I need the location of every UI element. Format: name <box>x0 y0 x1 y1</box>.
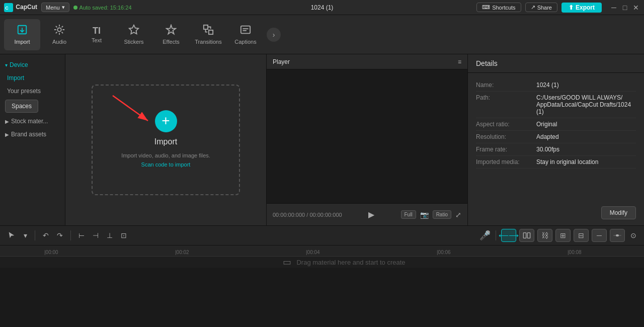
minus-button[interactable]: ─ <box>592 229 607 242</box>
zoom-slider[interactable] <box>610 229 625 242</box>
player-view-btns: Full 📷 Ratio ⤢ <box>401 210 461 219</box>
svg-line-11 <box>113 96 148 121</box>
svg-rect-5 <box>204 25 208 29</box>
transitions-icon <box>203 24 214 37</box>
detail-row-5: Imported media: Stay in original locatio… <box>476 156 636 169</box>
detail-value-1: C:/Users/GOOD WILL ALWAYS/ AppData/Local… <box>536 94 636 115</box>
detail-value-4: 30.00fps <box>536 146 636 153</box>
link-track-button[interactable]: ⟵⟶ <box>501 229 516 242</box>
import-dropzone[interactable]: + Import Import video, audio, and image … <box>92 85 240 195</box>
detail-row-0: Name: 1024 (1) <box>476 79 636 92</box>
play-button[interactable]: ▶ <box>368 210 374 219</box>
timeline: |00:00 |00:02 |00:04 |00:06 |00:08 ▭ Dra… <box>0 246 644 268</box>
ruler-mark-6: |00:06 <box>437 250 451 255</box>
player-header: Player ≡ <box>267 54 467 69</box>
sidebar-item-presets[interactable]: Your presets <box>0 85 65 98</box>
audio-icon <box>54 24 65 37</box>
ratio-button[interactable]: Ratio <box>433 210 451 219</box>
undo-button[interactable]: ↶ <box>40 230 51 241</box>
menu-button[interactable]: Menu ▾ <box>41 3 69 12</box>
split-left-button[interactable]: ⊢ <box>76 230 87 241</box>
app-name-text: CapCut <box>16 4 37 11</box>
separator3 <box>496 230 496 240</box>
modify-button[interactable]: Modify <box>601 206 636 219</box>
toolbar-item-stickers[interactable]: Stickers <box>116 19 152 50</box>
title-bar: C CapCut Menu ▾ Auto saved: 15:16:24 102… <box>0 0 644 15</box>
svg-rect-7 <box>241 26 250 34</box>
ruler-mark-4: |00:04 <box>306 250 320 255</box>
shortcuts-button[interactable]: ⌨ Shortcuts <box>476 3 521 12</box>
detail-value-2: Original <box>536 121 636 128</box>
svg-text:C: C <box>5 5 9 10</box>
player-menu-icon[interactable]: ≡ <box>458 58 461 65</box>
chevron-right-icon2: ▶ <box>5 132 9 137</box>
align-button[interactable]: ⊞ <box>555 229 571 242</box>
copy-button[interactable]: ⊟ <box>574 229 589 242</box>
sidebar-item-import[interactable]: Import <box>0 71 65 85</box>
toolbar-item-effects[interactable]: Effects <box>153 19 189 50</box>
app-logo: C CapCut <box>4 3 37 12</box>
title-bar-right: ⌨ Shortcuts ↗ Share ⬆ Export ─ □ ✕ <box>476 3 640 13</box>
details-panel: Details Name: 1024 (1) Path: C:/Users/GO… <box>468 54 644 225</box>
import-circle-button[interactable]: + <box>155 110 177 132</box>
video-clip-icon: ▭ <box>283 257 291 268</box>
redo-button[interactable]: ↷ <box>54 230 65 241</box>
detail-label-0: Name: <box>476 81 536 89</box>
export-icon: ⬆ <box>569 4 574 11</box>
chevron-right-icon: ▶ <box>5 119 9 124</box>
ruler-mark-0: |00:00 <box>44 250 58 255</box>
player-timestamp: 00:00:00:000 / 00:00:00:000 <box>273 212 342 218</box>
fit-button[interactable]: ⊙ <box>628 230 639 241</box>
project-title: 1024 (1) <box>311 4 334 11</box>
player-area: Player ≡ 00:00:00:000 / 00:00:00:000 ▶ F… <box>267 54 468 225</box>
import-icon <box>17 24 28 37</box>
minimize-button[interactable]: ─ <box>610 4 618 12</box>
share-icon: ↗ <box>531 4 535 11</box>
full-button[interactable]: Full <box>401 210 416 219</box>
export-button[interactable]: ⬆ Export <box>561 3 602 13</box>
text-icon: TI <box>93 26 101 35</box>
timeline-controls: ▾ ↶ ↷ ⊢ ⊣ ⊥ ⊡ 🎤 ⟵⟶ ⛓ ⊞ ⊟ ─ ⊙ <box>0 225 644 246</box>
share-button[interactable]: ↗ Share <box>525 3 557 12</box>
detail-row-3: Resolution: Adapted <box>476 131 636 143</box>
cursor-tool-button[interactable] <box>5 230 18 241</box>
detail-label-2: Aspect ratio: <box>476 121 536 128</box>
import-hint: Import video, audio, and image files. Sc… <box>121 151 210 169</box>
title-bar-left: C CapCut Menu ▾ Auto saved: 15:16:24 <box>4 3 132 12</box>
split-button[interactable]: ⊥ <box>104 230 115 241</box>
details-title: Details <box>468 54 644 73</box>
toolbar-item-import[interactable]: Import <box>4 19 40 50</box>
svg-point-3 <box>57 28 61 31</box>
toolbar-item-transitions[interactable]: Transitions <box>190 19 226 50</box>
toolbar-item-captions[interactable]: Captions <box>227 19 264 50</box>
player-title: Player <box>273 58 290 65</box>
timeline-content: ▭ Drag material here and start to create <box>0 257 644 268</box>
details-content: Name: 1024 (1) Path: C:/Users/GOOD WILL … <box>468 73 644 200</box>
media-area: + Import Import video, audio, and image … <box>65 54 267 225</box>
svg-rect-12 <box>523 233 526 238</box>
scan-code-link[interactable]: Scan code to import <box>141 161 191 168</box>
import-label: Import <box>154 137 177 146</box>
multi-track-button[interactable] <box>519 229 534 242</box>
delete-button[interactable]: ⊡ <box>118 230 129 241</box>
close-button[interactable]: ✕ <box>632 4 640 12</box>
sidebar-section-stock[interactable]: ▶ Stock mater... <box>0 115 65 128</box>
main-area: ▾ Device Import Your presets Spaces ▶ St… <box>0 54 644 225</box>
sidebar-section-brand[interactable]: ▶ Brand assets <box>0 128 65 141</box>
maximize-button[interactable]: □ <box>621 4 629 12</box>
mic-button[interactable]: 🎤 <box>479 230 491 241</box>
sidebar-section-device[interactable]: ▾ Device <box>0 58 65 71</box>
split-right-button[interactable]: ⊣ <box>90 230 101 241</box>
svg-rect-15 <box>616 234 619 236</box>
toolbar-item-text[interactable]: TI Text <box>78 19 115 50</box>
cursor-dropdown-button[interactable]: ▾ <box>21 230 30 241</box>
camera-icon[interactable]: 📷 <box>420 211 429 219</box>
unlink-button[interactable]: ⛓ <box>537 229 552 242</box>
toolbar-more-button[interactable]: › <box>267 28 281 42</box>
toolbar: Import Audio TI Text Stickers Effects Tr… <box>0 15 644 54</box>
detail-row-1: Path: C:/Users/GOOD WILL ALWAYS/ AppData… <box>476 92 636 118</box>
detail-value-0: 1024 (1) <box>536 81 636 89</box>
fullscreen-icon[interactable]: ⤢ <box>455 211 461 219</box>
spaces-button[interactable]: Spaces <box>5 100 38 113</box>
toolbar-item-audio[interactable]: Audio <box>41 19 77 50</box>
